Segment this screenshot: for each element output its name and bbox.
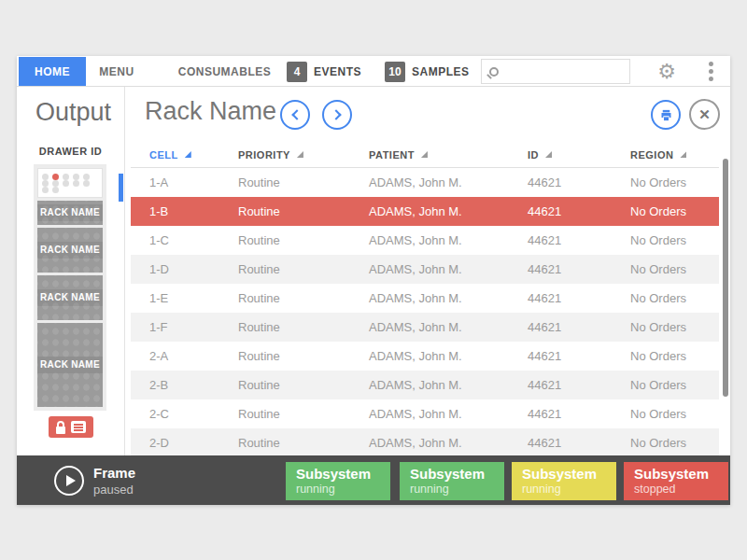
cell-region: No Orders [612,371,719,399]
drawer-dot [52,174,59,180]
drawer-dot [83,180,90,187]
cell-cell: 1-A [131,168,219,197]
column-header-priority[interactable]: PRIORITY [219,149,350,161]
drawer-dot [52,180,59,187]
cell-cell: 2-A [131,342,219,371]
cell-id: 44621 [509,226,612,255]
samples-counter[interactable]: 10 SAMPLES [385,56,470,87]
subsystem-state: running [410,483,504,496]
cell-priority: Routine [219,371,350,399]
cell-patient: ADAMS, John M. [350,168,509,197]
drawer-panel: RACK NAMERACK NAMERACK NAMERACK NAME [34,164,106,411]
cell-cell: 2-B [131,371,219,399]
cell-region: No Orders [612,197,719,226]
table-row[interactable]: 2-CRoutineADAMS, John M.44621No Orders [131,399,719,428]
cell-cell: 2-C [131,399,219,428]
cell-patient: ADAMS, John M. [350,284,509,313]
top-nav-bar: HOME MENU CONSUMABLES 4 EVENTS 10 SAMPLE… [17,56,730,87]
table-row[interactable]: 2-ARoutineADAMS, John M.44621No Orders [131,342,719,371]
events-counter[interactable]: 4 EVENTS [287,56,361,87]
print-button[interactable] [651,100,681,130]
drawer-lock-button[interactable] [49,416,93,438]
cell-region: No Orders [612,255,719,284]
cell-region: No Orders [612,284,719,313]
table-row[interactable]: 1-ERoutineADAMS, John M.44621No Orders [131,284,719,313]
table-row[interactable]: 1-ARoutineADAMS, John M.44621No Orders [131,168,719,197]
list-icon [71,421,86,433]
cell-region: No Orders [612,168,719,197]
cell-priority: Routine [219,226,350,255]
sort-icon [421,151,428,158]
events-label: EVENTS [314,65,361,78]
cell-priority: Routine [219,342,350,371]
sidebar-title: Output [35,98,111,127]
table-row[interactable]: 2-BRoutineADAMS, John M.44621No Orders [131,371,719,399]
sort-icon [185,151,191,158]
table-scrollbar-thumb[interactable] [723,159,728,397]
close-button[interactable]: ✕ [689,99,720,130]
tab-menu[interactable]: MENU [84,56,149,87]
column-header-patient[interactable]: PATIENT [350,149,509,161]
next-rack-button[interactable] [322,100,352,130]
search-input[interactable] [506,60,670,83]
cell-id: 44621 [509,197,612,226]
lock-icon [56,421,65,434]
overflow-menu-icon[interactable] [699,56,722,87]
cell-region: No Orders [612,226,719,255]
rack-item[interactable]: RACK NAME [37,275,103,320]
subsystem-state: running [522,483,616,496]
drawer-dot [42,180,49,187]
drawer-dot [63,174,69,180]
cell-cell: 1-B [131,197,219,226]
rack-label: RACK NAME [37,289,103,306]
cell-region: No Orders [612,313,719,342]
table-row[interactable]: 1-DRoutineADAMS, John M.44621No Orders [131,255,719,284]
rack-item[interactable]: RACK NAME [37,201,103,225]
column-header-region[interactable]: REGION [612,149,719,161]
table-header: CELLPRIORITYPATIENTIDREGION [131,142,719,168]
rack-label: RACK NAME [37,242,103,259]
chevron-right-icon [331,109,341,119]
cell-id: 44621 [509,342,612,371]
cell-cell: 1-F [131,313,219,342]
sidebar-scrollbar-thumb[interactable] [119,174,123,202]
subsystem-title: Subsystem [410,466,504,482]
cell-priority: Routine [219,255,350,284]
cell-cell: 1-E [131,284,219,313]
cell-priority: Routine [219,284,350,313]
table-row[interactable]: 2-DRoutineADAMS, John M.44621No Orders [131,428,719,457]
tab-consumables[interactable]: CONSUMABLES [157,56,292,87]
cell-patient: ADAMS, John M. [350,255,509,284]
tab-home[interactable]: HOME [19,57,86,86]
cell-priority: Routine [219,428,350,457]
rack-item[interactable]: RACK NAME [37,323,103,407]
column-header-id[interactable]: ID [509,149,612,161]
rack-item[interactable]: RACK NAME [37,228,103,273]
table-row[interactable]: 1-FRoutineADAMS, John M.44621No Orders [131,313,719,342]
cell-patient: ADAMS, John M. [350,342,509,371]
drawer-dot [42,187,49,193]
drawer-dot [42,174,49,180]
table-row[interactable]: 1-CRoutineADAMS, John M.44621No Orders [131,226,719,255]
app-window: HOME MENU CONSUMABLES 4 EVENTS 10 SAMPLE… [17,56,730,505]
table-row[interactable]: 1-BRoutineADAMS, John M.44621No Orders [131,197,719,226]
cell-cell: 2-D [131,428,219,457]
play-icon [66,475,76,486]
cell-id: 44621 [509,399,612,428]
rack-title: Rack Name [145,97,276,126]
sidebar-divider [124,87,125,455]
frame-status-block: Frame paused [93,465,135,497]
previous-rack-button[interactable] [280,100,310,130]
events-count-badge: 4 [287,62,307,82]
cell-patient: ADAMS, John M. [350,371,509,399]
subsystem-title: Subsystem [634,466,728,482]
sort-icon [297,151,303,158]
subsystem-status: Subsystemrunning [286,462,390,500]
cell-region: No Orders [612,342,719,371]
sort-icon [545,151,552,158]
gear-icon[interactable]: ⚙ [653,56,681,87]
drawer-id-label: DRAWER ID [17,146,124,157]
column-header-cell[interactable]: CELL [131,149,219,161]
cell-priority: Routine [219,313,350,342]
play-button[interactable] [54,466,84,496]
